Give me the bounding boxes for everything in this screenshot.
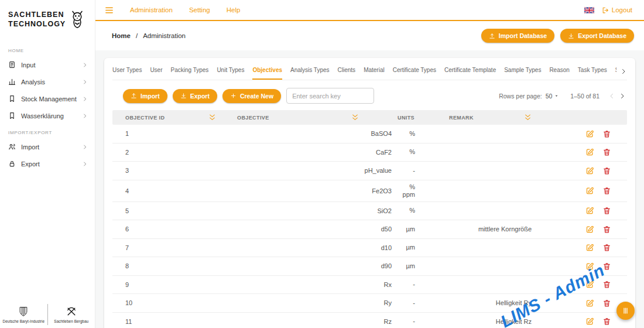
export-button[interactable]: Export [173,89,217,103]
cell-remark [449,263,577,269]
column-header-label: UNITS [398,115,415,121]
baryt-crest-icon [18,306,29,317]
cell-remark [449,168,577,173]
tab-user-types[interactable]: User Types [112,67,142,80]
cell-objective: Ry [221,296,396,309]
sidebar-item-wasserklärung[interactable]: Wasserklärung [0,107,95,124]
create-new-button[interactable]: Create New [222,89,281,103]
hamburger-menu-icon[interactable] [104,5,114,15]
tab-settings[interactable]: Settings [615,67,616,80]
logout-button[interactable]: Logout [602,6,632,14]
tab-certificate-types[interactable]: Certificate Types [393,67,436,80]
delete-row-button[interactable] [602,206,611,215]
cell-units: % [396,204,449,217]
tab-unit-types[interactable]: Unit Types [217,67,244,80]
edit-row-button[interactable] [585,166,594,175]
delete-row-button[interactable] [602,129,611,138]
sidebar-item-label: Analysis [21,78,45,86]
breadcrumb-home[interactable]: Home [112,32,131,39]
tab-task-types[interactable]: Task Types [578,67,607,80]
export-database-button[interactable]: Export Database [560,29,634,43]
cell-objective: d50 [221,223,396,235]
sidebar-item-stock-management[interactable]: Stock Management [0,90,95,107]
cell-objective-id: 3 [112,164,221,177]
edit-row-button[interactable] [585,243,594,252]
edit-row-button[interactable] [585,280,594,289]
sidebar-item-input[interactable]: Input [0,56,95,73]
admin-card: User TypesUserPacking TypesUnit TypesObj… [104,58,635,328]
chevron-right-icon [82,113,88,119]
export-database-label: Export Database [578,32,626,39]
logout-icon [602,6,609,14]
breadcrumb-current: Administration [143,32,186,39]
table-row: 1BaSO4% [112,125,627,144]
create-new-label: Create New [240,93,273,100]
sidebar-item-export[interactable]: Export [0,155,95,172]
sort-icon[interactable] [208,114,216,121]
tabs-scroll-right-button[interactable] [620,68,627,75]
delete-row-button[interactable] [602,243,611,252]
delete-row-button[interactable] [602,225,611,234]
tab-packing-types[interactable]: Packing Types [171,67,209,80]
delete-row-button[interactable] [602,186,611,195]
fab-settings-button[interactable] [616,302,635,320]
cell-units: - [396,164,449,177]
sort-icon[interactable] [524,114,532,121]
cell-objective: BaSO4 [221,127,396,140]
sort-icon[interactable] [351,114,359,121]
delete-row-button[interactable] [602,262,611,271]
tab-material[interactable]: Material [364,67,385,80]
chevron-right-icon [82,79,88,85]
breadcrumb-bar: Home / Administration Import Database Ex… [95,21,644,50]
edit-row-button[interactable] [585,262,594,271]
import-database-button[interactable]: Import Database [481,29,554,43]
next-page-button[interactable] [619,93,626,100]
sidebar: SACHTLEBEN TECHNOLOGY HOMEInputAnalysisS… [0,0,95,328]
edit-row-button[interactable] [585,186,594,195]
tab-reason[interactable]: Reason [549,67,569,80]
cell-remark [449,282,577,288]
tab-user[interactable]: User [150,67,162,80]
tab-analysis-types[interactable]: Analysis Types [290,67,330,80]
delete-row-button[interactable] [602,148,611,156]
import-button[interactable]: Import [123,89,167,103]
cell-actions [577,203,627,218]
delete-row-button[interactable] [602,317,611,326]
rows-per-page-select[interactable]: 50 [546,93,560,100]
app-root: SACHTLEBEN TECHNOLOGY HOMEInputAnalysisS… [0,0,644,328]
sidebar-item-analysis[interactable]: Analysis [0,73,95,90]
cell-objective-id: 1 [112,127,221,140]
previous-page-button[interactable] [608,93,615,100]
table-row: 7d10µm [112,239,627,258]
tab-objectives[interactable]: Objectives [252,67,282,80]
edit-row-button[interactable] [585,299,594,308]
delete-row-button[interactable] [602,166,611,175]
cell-objective-id: 9 [112,278,221,291]
edit-row-button[interactable] [585,317,594,326]
edit-row-button[interactable] [585,206,594,215]
column-header-objective: OBJECTIVE [221,114,396,121]
tab-sample-types[interactable]: Sample Types [504,67,541,80]
search-input[interactable] [286,88,374,104]
edit-row-button[interactable] [585,129,594,138]
cell-remark [449,245,577,251]
cell-remark: mittlere Korngröße [449,223,577,235]
topnav-setting[interactable]: Setting [189,6,210,13]
delete-row-button[interactable] [602,299,611,308]
topnav-administration[interactable]: Administration [130,6,173,13]
table-row: 10Ry-Helligkeit Ry [112,294,627,313]
topnav-help[interactable]: Help [227,6,241,13]
brand-line2: TECHNOLOGY [8,19,66,29]
cell-units: µm [396,241,449,254]
tab-clients[interactable]: Clients [338,67,356,80]
pagination-range: 1–50 of 81 [570,93,600,100]
language-flag-icon[interactable] [584,7,594,13]
form-icon [8,61,16,69]
tab-certificate-template[interactable]: Certificate Template [444,67,496,80]
sidebar-item-import[interactable]: Import [0,138,95,155]
lock-icon [8,160,16,168]
edit-row-button[interactable] [585,225,594,234]
edit-row-button[interactable] [585,148,594,156]
delete-row-button[interactable] [602,280,611,289]
sidebar-item-label: Input [21,62,35,69]
